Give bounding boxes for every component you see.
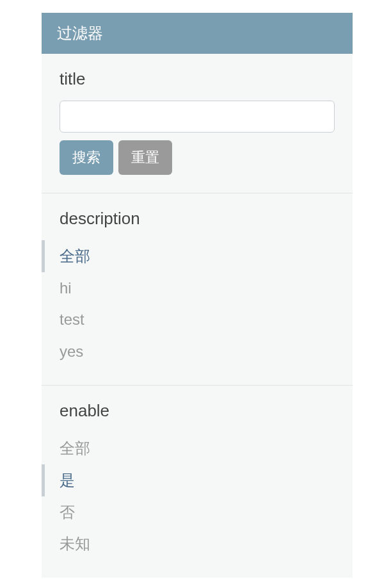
section-enable-label: enable [60, 401, 335, 421]
enable-item-no[interactable]: 否 [42, 496, 335, 528]
filter-panel: 过滤器 title 搜索 重置 description 全部 hi test y… [42, 13, 353, 578]
description-item-yes[interactable]: yes [42, 336, 335, 368]
section-title: title 搜索 重置 [42, 54, 353, 193]
section-title-label: title [60, 69, 335, 89]
enable-list: 全部 是 否 未知 [42, 432, 335, 559]
section-description-label: description [60, 209, 335, 229]
description-item-hi[interactable]: hi [42, 272, 335, 304]
enable-item-yes[interactable]: 是 [42, 464, 335, 496]
button-row: 搜索 重置 [60, 140, 335, 175]
description-item-test[interactable]: test [42, 304, 335, 336]
description-item-all[interactable]: 全部 [42, 240, 335, 272]
reset-button[interactable]: 重置 [118, 140, 172, 175]
section-enable: enable 全部 是 否 未知 [42, 385, 353, 577]
panel-header: 过滤器 [42, 13, 353, 54]
panel-title: 过滤器 [57, 24, 103, 42]
enable-item-all[interactable]: 全部 [42, 432, 335, 464]
section-description: description 全部 hi test yes [42, 193, 353, 385]
search-button[interactable]: 搜索 [60, 140, 113, 175]
description-list: 全部 hi test yes [42, 240, 335, 367]
title-input[interactable] [60, 101, 335, 133]
enable-item-unknown[interactable]: 未知 [42, 528, 335, 560]
